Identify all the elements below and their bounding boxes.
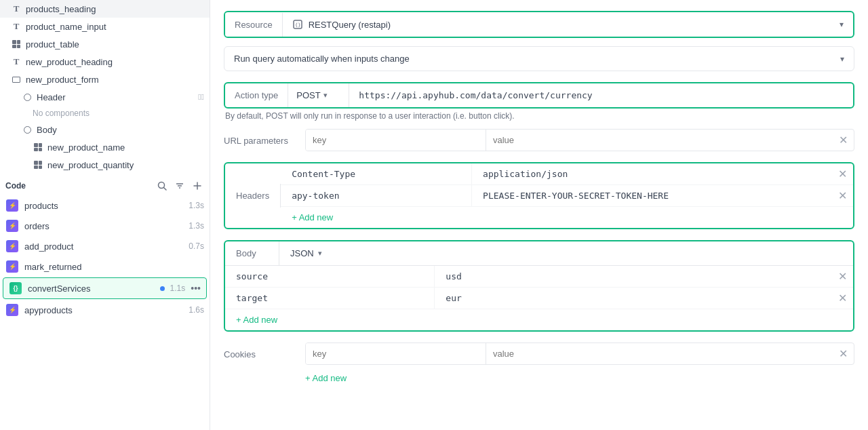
- action-method-select[interactable]: POST ▾: [288, 83, 349, 107]
- tree-label: product_name_input: [26, 22, 204, 32]
- body-value-source: usd: [435, 266, 831, 287]
- body-add-new-button[interactable]: + Add new: [225, 309, 853, 330]
- header-delete-apy-token-button[interactable]: ✕: [831, 189, 853, 202]
- query-icon: ⚡: [5, 219, 19, 233]
- tree-item-new-product-form[interactable]: new_product_form: [0, 71, 210, 88]
- code-item-label: convertServices: [28, 284, 155, 294]
- T-icon: T: [11, 3, 22, 14]
- cookies-add-new-button[interactable]: + Add new: [305, 370, 854, 386]
- filter-icon: [175, 181, 184, 191]
- more-options-button[interactable]: •••: [191, 283, 201, 294]
- tree-label: products_heading: [26, 4, 204, 14]
- code-item-time: 1.6s: [189, 305, 204, 315]
- code-item-label: mark_returned: [24, 262, 199, 272]
- sidebar: T products_heading T product_name_input …: [0, 0, 210, 430]
- resource-value[interactable]: {} RESTQuery (restapi) ▾: [283, 12, 853, 37]
- T-icon: T: [11, 21, 22, 32]
- method-value: POST: [296, 90, 320, 100]
- body-value-target: eur: [435, 288, 831, 309]
- code-item-label: products: [24, 201, 183, 211]
- tree-item-products-heading[interactable]: T products_heading: [0, 0, 210, 18]
- query-icon: ⚡: [5, 199, 19, 212]
- header-key-content-type: Content-Type: [281, 163, 472, 184]
- tree-label: new_product_form: [26, 75, 204, 85]
- run-query-chevron-icon: ▾: [831, 47, 854, 71]
- grid-icon: [33, 159, 43, 170]
- body-type-chevron-icon: ▾: [318, 249, 322, 258]
- code-item-products[interactable]: ⚡ products 1.3s: [0, 195, 210, 216]
- run-query-row[interactable]: Run query automatically when inputs chan…: [224, 46, 854, 71]
- action-url-input[interactable]: https://api.apyhub.com/data/convert/curr…: [349, 83, 853, 107]
- header-delete-content-type-button[interactable]: ✕: [831, 168, 853, 180]
- code-section-header: Code: [0, 174, 210, 195]
- body-type-select[interactable]: JSON ▾: [279, 241, 853, 265]
- url-params-value-input[interactable]: [486, 130, 832, 151]
- svg-line-1: [164, 188, 167, 191]
- header-row-apy-token: apy-token PLEASE-ENTER-YOUR-SECRET-TOKEN…: [281, 185, 853, 207]
- code-item-mark-returned[interactable]: ⚡ mark_returned: [0, 256, 210, 277]
- body-label: Body: [225, 241, 279, 265]
- code-item-time: 1.1s: [170, 284, 186, 293]
- body-type-value: JSON: [290, 248, 314, 258]
- tree-item-new-product-quantity[interactable]: new_product_quantity: [0, 156, 210, 174]
- resource-chevron-icon: ▾: [840, 20, 844, 29]
- tree-item-product-table[interactable]: product_table: [0, 35, 210, 53]
- header-row-content-type: Content-Type application/json ✕: [281, 163, 853, 185]
- code-item-time: 1.3s: [189, 201, 204, 210]
- cookies-value-input[interactable]: [486, 343, 832, 364]
- tree-label: new_product_heading: [26, 57, 204, 67]
- cookies-label: Cookies: [224, 343, 305, 359]
- T-icon: T: [11, 56, 22, 67]
- grid-icon: [33, 142, 43, 153]
- tree-item-header[interactable]: Header 👁⃠: [0, 88, 210, 106]
- body-delete-target-button[interactable]: ✕: [831, 292, 853, 305]
- filter-button[interactable]: [173, 179, 186, 193]
- resource-text: RESTQuery (restapi): [309, 20, 391, 30]
- resource-row[interactable]: Resource {} RESTQuery (restapi) ▾: [224, 11, 854, 38]
- code-item-add-product[interactable]: ⚡ add_product 0.7s: [0, 236, 210, 256]
- rect-icon: [11, 74, 22, 85]
- cookies-content: ✕ + Add new: [305, 343, 854, 386]
- search-button[interactable]: [155, 179, 169, 193]
- header-value-content-type: application/json: [472, 163, 831, 184]
- url-params-label: URL parameters: [224, 129, 305, 146]
- url-params-delete-button[interactable]: ✕: [832, 134, 854, 146]
- body-key-target: target: [225, 288, 435, 309]
- body-delete-source-button[interactable]: ✕: [831, 270, 853, 283]
- action-type-label: Action type: [225, 83, 288, 107]
- code-item-apyproducts[interactable]: ⚡ apyproducts 1.6s: [0, 300, 210, 320]
- tree-label: new_product_name: [47, 142, 204, 153]
- tree-item-new-product-name[interactable]: new_product_name: [0, 138, 210, 156]
- code-item-time: 0.7s: [189, 241, 204, 251]
- cookies-delete-button[interactable]: ✕: [832, 347, 854, 360]
- url-params-row: URL parameters ✕: [224, 129, 854, 151]
- tree-item-body[interactable]: Body: [0, 121, 210, 138]
- tree-label: Body: [37, 125, 204, 135]
- body-key-source: source: [225, 266, 435, 287]
- cookies-row: Cookies ✕ + Add new: [224, 343, 854, 386]
- url-params-key-input[interactable]: [306, 130, 486, 151]
- method-chevron-icon: ▾: [323, 91, 328, 100]
- query-icon: ⚡: [5, 239, 19, 253]
- tree-label: product_table: [26, 39, 204, 50]
- search-icon: [157, 181, 167, 191]
- headers-section: Headers Content-Type application/json ✕ …: [224, 162, 854, 229]
- tree-label: Header: [37, 92, 194, 102]
- query-icon: ⚡: [5, 260, 19, 273]
- restquery-icon: {}: [292, 19, 303, 30]
- code-item-convert-services[interactable]: {} convertServices 1.1s •••: [3, 277, 207, 299]
- circle-icon: [22, 92, 33, 102]
- svg-text:{}: {}: [295, 22, 300, 28]
- resource-label: Resource: [225, 13, 283, 37]
- tree-item-product-name-input[interactable]: T product_name_input: [0, 18, 210, 35]
- cookies-key-input[interactable]: [306, 343, 486, 364]
- tree-item-new-product-heading[interactable]: T new_product_heading: [0, 53, 210, 71]
- circle-icon: [22, 124, 33, 135]
- no-components-label: No components: [0, 106, 210, 121]
- code-item-orders[interactable]: ⚡ orders 1.3s: [0, 216, 210, 236]
- add-code-button[interactable]: [191, 179, 204, 193]
- eye-off-icon: 👁⃠: [198, 92, 204, 102]
- headers-add-new-button[interactable]: + Add new: [281, 207, 853, 228]
- body-header: Body JSON ▾: [225, 241, 853, 266]
- header-value-apy-token: PLEASE-ENTER-YOUR-SECRET-TOKEN-HERE: [472, 185, 831, 206]
